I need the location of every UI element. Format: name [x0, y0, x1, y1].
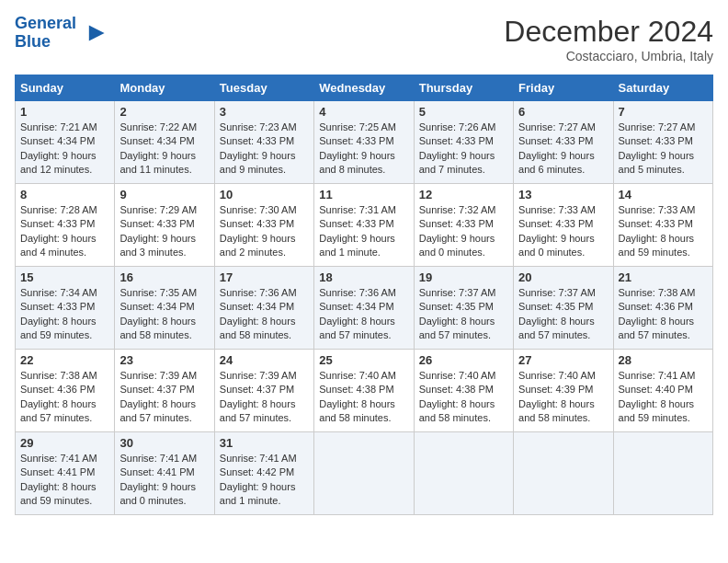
day-number: 21	[619, 270, 708, 284]
calendar-cell: 17Sunrise: 7:36 AMSunset: 4:34 PMDayligh…	[214, 267, 313, 350]
day-number: 13	[518, 188, 608, 201]
day-info: Sunrise: 7:41 AMSunset: 4:41 PMDaylight:…	[119, 452, 209, 509]
calendar-header-row: SundayMondayTuesdayWednesdayThursdayFrid…	[16, 75, 713, 101]
day-number: 29	[20, 436, 109, 450]
calendar-cell: 19Sunrise: 7:37 AMSunset: 4:35 PMDayligh…	[414, 267, 513, 350]
logo-text: GeneralBlue	[15, 15, 76, 52]
calendar-cell: 27Sunrise: 7:40 AMSunset: 4:39 PMDayligh…	[514, 350, 613, 432]
day-info: Sunrise: 7:25 AMSunset: 4:33 PMDaylight:…	[319, 121, 408, 178]
day-info: Sunrise: 7:30 AMSunset: 4:33 PMDaylight:…	[220, 203, 309, 260]
calendar-cell: 21Sunrise: 7:38 AMSunset: 4:36 PMDayligh…	[613, 267, 712, 350]
day-info: Sunrise: 7:37 AMSunset: 4:35 PMDaylight:…	[518, 286, 608, 343]
logo: GeneralBlue	[15, 15, 106, 52]
day-number: 15	[20, 270, 109, 284]
calendar-cell	[514, 432, 613, 515]
day-info: Sunrise: 7:23 AMSunset: 4:33 PMDaylight:…	[220, 121, 309, 178]
calendar-cell: 31Sunrise: 7:41 AMSunset: 4:42 PMDayligh…	[214, 432, 313, 515]
calendar-week-2: 8Sunrise: 7:28 AMSunset: 4:33 PMDaylight…	[16, 184, 713, 267]
calendar-table: SundayMondayTuesdayWednesdayThursdayFrid…	[15, 75, 713, 515]
calendar-cell: 23Sunrise: 7:39 AMSunset: 4:37 PMDayligh…	[115, 350, 214, 432]
day-info: Sunrise: 7:27 AMSunset: 4:33 PMDaylight:…	[619, 121, 708, 178]
day-header-wednesday: Wednesday	[314, 75, 414, 101]
calendar-cell: 4Sunrise: 7:25 AMSunset: 4:33 PMDaylight…	[314, 101, 414, 184]
day-number: 27	[518, 353, 608, 367]
logo-icon	[80, 20, 106, 46]
calendar-cell	[414, 432, 513, 515]
location-subtitle: Costacciaro, Umbria, Italy	[504, 49, 713, 63]
day-number: 3	[220, 105, 309, 119]
day-header-friday: Friday	[514, 75, 613, 101]
calendar-cell: 2Sunrise: 7:22 AMSunset: 4:34 PMDaylight…	[115, 101, 214, 184]
day-number: 30	[119, 436, 209, 450]
day-info: Sunrise: 7:22 AMSunset: 4:34 PMDaylight:…	[119, 121, 209, 178]
day-number: 14	[619, 188, 708, 201]
calendar-cell: 9Sunrise: 7:29 AMSunset: 4:33 PMDaylight…	[115, 184, 214, 267]
day-number: 17	[220, 270, 309, 284]
calendar-week-1: 1Sunrise: 7:21 AMSunset: 4:34 PMDaylight…	[16, 101, 713, 184]
day-number: 12	[419, 188, 508, 201]
page-header: GeneralBlue December 2024 Costacciaro, U…	[15, 15, 713, 63]
day-number: 2	[119, 105, 209, 119]
month-title: December 2024	[504, 15, 713, 49]
calendar-cell: 7Sunrise: 7:27 AMSunset: 4:33 PMDaylight…	[613, 101, 712, 184]
calendar-cell: 15Sunrise: 7:34 AMSunset: 4:33 PMDayligh…	[16, 267, 115, 350]
calendar-cell	[613, 432, 712, 515]
day-info: Sunrise: 7:40 AMSunset: 4:39 PMDaylight:…	[518, 369, 608, 426]
day-info: Sunrise: 7:39 AMSunset: 4:37 PMDaylight:…	[220, 369, 309, 426]
day-info: Sunrise: 7:41 AMSunset: 4:42 PMDaylight:…	[220, 452, 309, 509]
day-number: 25	[319, 353, 408, 367]
day-info: Sunrise: 7:39 AMSunset: 4:37 PMDaylight:…	[119, 369, 209, 426]
day-number: 8	[20, 188, 109, 201]
calendar-cell: 24Sunrise: 7:39 AMSunset: 4:37 PMDayligh…	[214, 350, 313, 432]
day-number: 5	[419, 105, 508, 119]
calendar-cell: 1Sunrise: 7:21 AMSunset: 4:34 PMDaylight…	[16, 101, 115, 184]
calendar-cell: 20Sunrise: 7:37 AMSunset: 4:35 PMDayligh…	[514, 267, 613, 350]
calendar-cell: 28Sunrise: 7:41 AMSunset: 4:40 PMDayligh…	[613, 350, 712, 432]
day-number: 4	[319, 105, 408, 119]
day-info: Sunrise: 7:26 AMSunset: 4:33 PMDaylight:…	[419, 121, 508, 178]
calendar-cell: 18Sunrise: 7:36 AMSunset: 4:34 PMDayligh…	[314, 267, 414, 350]
day-number: 22	[20, 353, 109, 367]
day-number: 19	[419, 270, 508, 284]
calendar-cell: 12Sunrise: 7:32 AMSunset: 4:33 PMDayligh…	[414, 184, 513, 267]
day-info: Sunrise: 7:31 AMSunset: 4:33 PMDaylight:…	[319, 203, 408, 260]
title-block: December 2024 Costacciaro, Umbria, Italy	[504, 15, 713, 63]
day-info: Sunrise: 7:28 AMSunset: 4:33 PMDaylight:…	[20, 203, 109, 260]
calendar-body: 1Sunrise: 7:21 AMSunset: 4:34 PMDaylight…	[16, 101, 713, 515]
day-header-thursday: Thursday	[414, 75, 513, 101]
day-info: Sunrise: 7:36 AMSunset: 4:34 PMDaylight:…	[220, 286, 309, 343]
calendar-cell: 13Sunrise: 7:33 AMSunset: 4:33 PMDayligh…	[514, 184, 613, 267]
day-number: 11	[319, 188, 408, 201]
calendar-cell: 29Sunrise: 7:41 AMSunset: 4:41 PMDayligh…	[16, 432, 115, 515]
calendar-cell: 14Sunrise: 7:33 AMSunset: 4:33 PMDayligh…	[613, 184, 712, 267]
day-info: Sunrise: 7:41 AMSunset: 4:40 PMDaylight:…	[619, 369, 708, 426]
day-header-tuesday: Tuesday	[214, 75, 313, 101]
day-number: 28	[619, 353, 708, 367]
day-info: Sunrise: 7:36 AMSunset: 4:34 PMDaylight:…	[319, 286, 408, 343]
day-info: Sunrise: 7:38 AMSunset: 4:36 PMDaylight:…	[20, 369, 109, 426]
calendar-week-5: 29Sunrise: 7:41 AMSunset: 4:41 PMDayligh…	[16, 432, 713, 515]
calendar-week-4: 22Sunrise: 7:38 AMSunset: 4:36 PMDayligh…	[16, 350, 713, 432]
day-number: 1	[20, 105, 109, 119]
day-header-sunday: Sunday	[16, 75, 115, 101]
day-info: Sunrise: 7:38 AMSunset: 4:36 PMDaylight:…	[619, 286, 708, 343]
day-info: Sunrise: 7:41 AMSunset: 4:41 PMDaylight:…	[20, 452, 109, 509]
day-number: 20	[518, 270, 608, 284]
day-number: 18	[319, 270, 408, 284]
day-info: Sunrise: 7:21 AMSunset: 4:34 PMDaylight:…	[20, 121, 109, 178]
day-info: Sunrise: 7:35 AMSunset: 4:34 PMDaylight:…	[119, 286, 209, 343]
day-number: 24	[220, 353, 309, 367]
calendar-cell: 25Sunrise: 7:40 AMSunset: 4:38 PMDayligh…	[314, 350, 414, 432]
calendar-cell: 5Sunrise: 7:26 AMSunset: 4:33 PMDaylight…	[414, 101, 513, 184]
calendar-cell: 26Sunrise: 7:40 AMSunset: 4:38 PMDayligh…	[414, 350, 513, 432]
day-number: 31	[220, 436, 309, 450]
calendar-cell: 16Sunrise: 7:35 AMSunset: 4:34 PMDayligh…	[115, 267, 214, 350]
day-number: 10	[220, 188, 309, 201]
day-info: Sunrise: 7:33 AMSunset: 4:33 PMDaylight:…	[518, 203, 608, 260]
day-number: 23	[119, 353, 209, 367]
svg-marker-0	[89, 25, 105, 40]
day-info: Sunrise: 7:40 AMSunset: 4:38 PMDaylight:…	[419, 369, 508, 426]
calendar-cell: 11Sunrise: 7:31 AMSunset: 4:33 PMDayligh…	[314, 184, 414, 267]
day-number: 6	[518, 105, 608, 119]
day-number: 9	[119, 188, 209, 201]
